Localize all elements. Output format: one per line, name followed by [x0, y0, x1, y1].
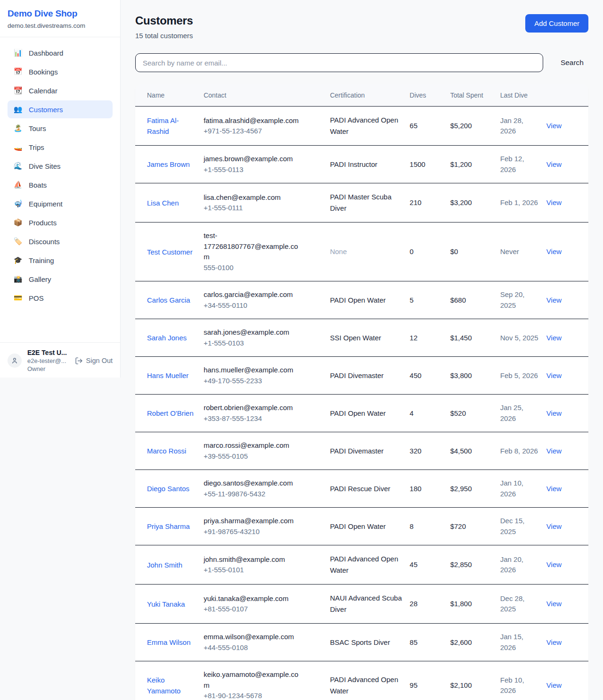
customer-name-link[interactable]: Lisa Chen — [147, 198, 179, 208]
customer-email: james.brown@example.com — [204, 154, 302, 165]
main-content: Customers 15 total customers Add Custome… — [121, 0, 603, 700]
person-icon — [11, 357, 18, 364]
sidebar-item-calendar[interactable]: 📆Calendar — [8, 82, 113, 99]
cell-total-spent: $5,200 — [450, 107, 500, 146]
customer-name-link[interactable]: Robert O'Brien — [147, 408, 194, 419]
sidebar-item-trips[interactable]: 🚤Trips — [8, 138, 113, 156]
cell-dives: 4 — [410, 395, 450, 432]
view-customer-link[interactable]: View — [546, 681, 562, 689]
customer-name-link[interactable]: Yuki Tanaka — [147, 599, 185, 609]
view-customer-link[interactable]: View — [546, 447, 562, 455]
customer-name-link[interactable]: Marco Rossi — [147, 445, 186, 456]
sidebar-item-label: Gallery — [29, 275, 51, 283]
sidebar-item-label: Boats — [29, 181, 47, 189]
cell-name: Carlos Garcia — [135, 281, 204, 319]
cell-contact: yuki.tanaka@example.com+81-555-0107 — [204, 585, 330, 624]
sidebar-item-boats[interactable]: ⛵Boats — [8, 176, 113, 194]
contact-info: hans.mueller@example.com+49-170-555-2233 — [204, 365, 302, 386]
diving-mask-icon: 🤿 — [13, 199, 23, 208]
customer-name-link[interactable]: Carlos Garcia — [147, 295, 190, 305]
cell-last-dive: Jan 15, 2026 — [500, 624, 546, 661]
customer-name-link[interactable]: James Brown — [147, 159, 190, 170]
contact-info: marco.rossi@example.com+39-555-0105 — [204, 440, 302, 461]
view-customer-link[interactable]: View — [546, 160, 562, 168]
customer-name-link[interactable]: Sarah Jones — [147, 332, 187, 343]
customer-name-link[interactable]: Emma Wilson — [147, 637, 191, 648]
cell-name: Emma Wilson — [135, 624, 204, 661]
sidebar-item-equipment[interactable]: 🤿Equipment — [8, 195, 113, 213]
sidebar-item-tours[interactable]: 🏝️Tours — [8, 119, 113, 137]
column-header-certification: Certification — [330, 84, 409, 107]
view-customer-link[interactable]: View — [546, 409, 562, 417]
cell-dives: 28 — [410, 585, 450, 624]
tear-off-calendar-icon: 📆 — [13, 86, 23, 95]
customer-certification: PADI Open Water — [330, 408, 402, 419]
customer-phone: +971-55-123-4567 — [204, 126, 302, 137]
customer-name-link[interactable]: Hans Mueller — [147, 370, 188, 381]
cell-name: Robert O'Brien — [135, 395, 204, 432]
cell-contact: keiko.yamamoto@example.com+81-90-1234-56… — [204, 661, 330, 700]
cell-certification: PADI Master Scuba Diver — [330, 183, 409, 222]
sidebar-item-discounts[interactable]: 🏷️Discounts — [8, 232, 113, 250]
view-customer-link[interactable]: View — [546, 600, 562, 608]
contact-info: emma.wilson@example.com+44-555-0108 — [204, 632, 302, 653]
cell-actions: View — [546, 395, 588, 432]
cell-dives: 0 — [410, 222, 450, 281]
customer-certification: PADI Divemaster — [330, 370, 402, 381]
cell-dives: 450 — [410, 357, 450, 395]
cell-certification: PADI Advanced Open Water — [330, 661, 409, 700]
cell-name: Marco Rossi — [135, 432, 204, 470]
sign-out-button[interactable]: Sign Out — [75, 357, 113, 365]
view-customer-link[interactable]: View — [546, 371, 562, 379]
user-email: e2e-tester@... — [27, 357, 69, 364]
customer-name-link[interactable]: Diego Santos — [147, 483, 189, 494]
sidebar-item-label: Bookings — [29, 68, 58, 76]
table-row: Carlos Garciacarlos.garcia@example.com+3… — [135, 281, 588, 319]
sidebar-item-bookings[interactable]: 📅Bookings — [8, 63, 113, 81]
customer-name-link[interactable]: Test Customer — [147, 247, 193, 257]
cell-contact: diego.santos@example.com+55-11-99876-543… — [204, 470, 330, 508]
search-button[interactable]: Search — [556, 55, 588, 71]
search-input[interactable] — [135, 53, 543, 72]
view-customer-link[interactable]: View — [546, 485, 562, 493]
sidebar-item-dive-sites[interactable]: 🌊Dive Sites — [8, 157, 113, 175]
customer-name-link[interactable]: Fatima Al-Rashid — [147, 115, 196, 137]
cell-total-spent: $1,200 — [450, 146, 500, 183]
view-customer-link[interactable]: View — [546, 296, 562, 304]
view-customer-link[interactable]: View — [546, 122, 562, 130]
sidebar-item-training[interactable]: 🎓Training — [8, 251, 113, 269]
cell-last-dive: Nov 5, 2025 — [500, 319, 546, 357]
table-row: Hans Muellerhans.mueller@example.com+49-… — [135, 357, 588, 395]
customer-name-link[interactable]: Priya Sharma — [147, 521, 190, 532]
customer-name-link[interactable]: John Smith — [147, 560, 182, 570]
view-customer-link[interactable]: View — [546, 247, 562, 255]
cell-total-spent: $4,500 — [450, 432, 500, 470]
contact-info: john.smith@example.com+1-555-0101 — [204, 554, 302, 576]
view-customer-link[interactable]: View — [546, 560, 562, 568]
view-customer-link[interactable]: View — [546, 522, 562, 530]
view-customer-link[interactable]: View — [546, 334, 562, 342]
customer-phone: +1-555-0103 — [204, 338, 302, 349]
view-customer-link[interactable]: View — [546, 198, 562, 206]
cell-certification: PADI Advanced Open Water — [330, 107, 409, 146]
customer-phone: +1-555-0111 — [204, 203, 302, 214]
customer-phone: 555-0100 — [204, 263, 302, 273]
cell-contact: robert.obrien@example.com+353-87-555-123… — [204, 395, 330, 432]
sidebar-item-products[interactable]: 📦Products — [8, 214, 113, 231]
sidebar-item-customers[interactable]: 👥Customers — [8, 100, 113, 118]
sidebar-item-dashboard[interactable]: 📊Dashboard — [8, 44, 113, 62]
cell-certification: PADI Divemaster — [330, 357, 409, 395]
contact-info: diego.santos@example.com+55-11-99876-543… — [204, 478, 302, 499]
customer-certification: PADI Advanced Open Water — [330, 115, 402, 137]
cell-actions: View — [546, 432, 588, 470]
cell-total-spent: $1,800 — [450, 585, 500, 624]
customer-last-dive: Dec 28, 2025 — [500, 593, 539, 615]
view-customer-link[interactable]: View — [546, 638, 562, 646]
people-icon: 👥 — [13, 105, 23, 114]
customer-last-dive: Sep 20, 2025 — [500, 289, 539, 311]
sidebar-item-pos[interactable]: 💳POS — [8, 289, 113, 307]
add-customer-button[interactable]: Add Customer — [525, 14, 588, 33]
customer-name-link[interactable]: Keiko Yamamoto — [147, 675, 196, 697]
cell-last-dive: Sep 20, 2025 — [500, 281, 546, 319]
sidebar-item-gallery[interactable]: 📸Gallery — [8, 270, 113, 288]
